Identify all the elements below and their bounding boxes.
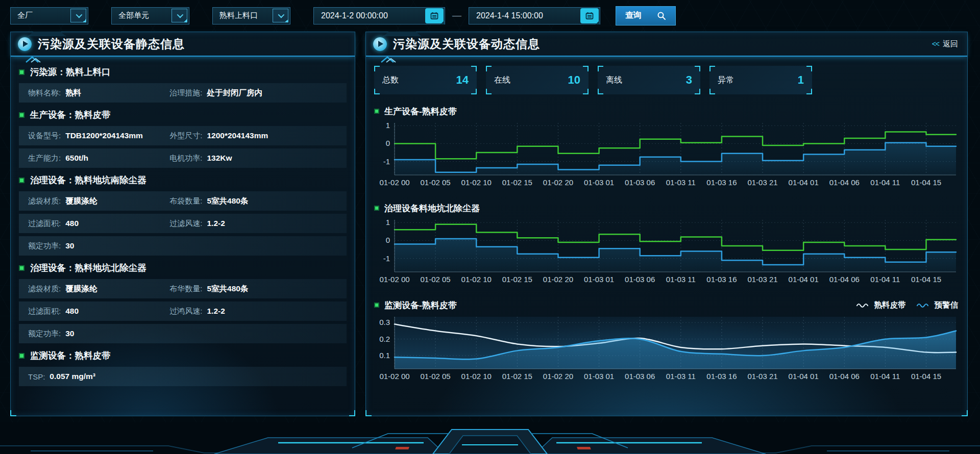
info-field: 外型尺寸:1200*204143mm bbox=[169, 131, 347, 141]
header-chevron-decoration bbox=[379, 55, 402, 63]
field-label: 过滤风速: bbox=[169, 219, 202, 229]
chevron-down-icon[interactable] bbox=[70, 9, 86, 22]
info-field: 治理措施:处于封闭厂房内 bbox=[169, 88, 347, 98]
chart-svg: 10-101-02 0001-02 0501-02 1001-02 1501-0… bbox=[374, 120, 959, 195]
legend-label: 预警信 bbox=[935, 300, 959, 311]
stat-value: 3 bbox=[686, 73, 692, 87]
end-datetime-input[interactable]: 2024-1-4 15:00:00 bbox=[469, 7, 600, 24]
info-field: 电机功率:132Kw bbox=[169, 154, 347, 163]
field-value: 480 bbox=[65, 219, 79, 228]
green-square-icon bbox=[19, 178, 24, 183]
chart-header: 监测设备-熟料皮带熟料皮带预警信 bbox=[374, 297, 959, 313]
unit-select[interactable]: 全部单元 bbox=[111, 7, 189, 24]
svg-text:01-04 11: 01-04 11 bbox=[870, 178, 900, 187]
svg-text:01-04 15: 01-04 15 bbox=[911, 178, 941, 187]
calendar-icon[interactable] bbox=[580, 8, 599, 23]
svg-text:01-03 11: 01-03 11 bbox=[666, 372, 696, 381]
query-button-label: 查询 bbox=[625, 10, 642, 21]
section-title: 治理设备：熟料地坑南除尘器 bbox=[19, 171, 347, 189]
svg-text:01-02 20: 01-02 20 bbox=[543, 372, 573, 381]
field-label: 滤袋材质: bbox=[28, 196, 61, 206]
chart-legend: 熟料皮带预警信 bbox=[856, 300, 960, 311]
field-value: 1.2-2 bbox=[207, 307, 225, 316]
info-row: TSP:0.057 mg/m³ bbox=[19, 367, 347, 386]
stat-label: 异常 bbox=[718, 75, 734, 86]
field-value: 1200*204143mm bbox=[207, 131, 268, 140]
stat-label: 离线 bbox=[606, 75, 622, 86]
info-field: 额定功率:30 bbox=[19, 241, 169, 251]
svg-text:01-02 05: 01-02 05 bbox=[421, 275, 451, 284]
svg-text:01-02 15: 01-02 15 bbox=[502, 178, 532, 187]
info-row: 过滤面积:480过滤风速:1.2-2 bbox=[19, 214, 347, 233]
info-field: 设备型号:TDB1200*204143mm bbox=[19, 131, 169, 141]
stat-box-abnormal: 异常1 bbox=[709, 66, 812, 94]
section-title: 污染源：熟料上料口 bbox=[19, 63, 347, 81]
svg-text:01-03 21: 01-03 21 bbox=[747, 372, 777, 381]
section-title-text: 生产设备：熟料皮带 bbox=[30, 109, 111, 121]
search-icon bbox=[657, 11, 666, 20]
field-label: 生产能力: bbox=[28, 154, 61, 163]
svg-text:01-02 00: 01-02 00 bbox=[379, 275, 409, 284]
svg-text:01-03 16: 01-03 16 bbox=[706, 372, 737, 381]
calendar-icon[interactable] bbox=[425, 8, 444, 23]
svg-text:01-03 21: 01-03 21 bbox=[747, 178, 777, 187]
green-square-icon bbox=[374, 109, 379, 114]
field-label: 设备型号: bbox=[28, 131, 61, 141]
info-field: 布袋数量:5室共480条 bbox=[169, 196, 347, 207]
legend-item[interactable]: 熟料皮带 bbox=[856, 300, 906, 311]
chart-header: 治理设备料地坑北除尘器 bbox=[374, 200, 959, 216]
green-square-icon bbox=[19, 112, 24, 118]
svg-text:01-04 01: 01-04 01 bbox=[789, 275, 819, 284]
info-field: 布华数量:5室共480条 bbox=[169, 284, 347, 294]
section-title-text: 治理设备：熟料地坑南除尘器 bbox=[30, 174, 146, 186]
legend-item[interactable]: 预警信 bbox=[916, 300, 959, 311]
info-field: 额定功率:30 bbox=[19, 329, 169, 339]
back-label: 返回 bbox=[943, 39, 958, 48]
back-button[interactable]: <<返回 bbox=[932, 39, 960, 49]
stat-box-offline: 离线3 bbox=[598, 66, 700, 94]
svg-text:0.2: 0.2 bbox=[379, 335, 390, 343]
section-title: 治理设备：熟料地坑北除尘器 bbox=[19, 259, 347, 277]
svg-text:01-03 06: 01-03 06 bbox=[625, 275, 655, 284]
chart-title: 生产设备-熟料皮带 bbox=[384, 106, 959, 117]
field-label: 电机功率: bbox=[169, 154, 202, 163]
start-datetime-input[interactable]: 2024-1-2 00:00:00 bbox=[313, 7, 445, 24]
svg-text:01-03 11: 01-03 11 bbox=[666, 178, 696, 187]
chevron-down-icon[interactable] bbox=[273, 9, 288, 22]
info-field: 滤袋材质:覆膜涤纶 bbox=[19, 196, 169, 207]
field-label: 物料名称: bbox=[28, 88, 61, 98]
svg-text:-1: -1 bbox=[383, 254, 390, 263]
field-value: 1.2-2 bbox=[207, 219, 225, 228]
info-row: 过滤面积:480过鸿风速:1.2-2 bbox=[19, 301, 347, 321]
dynamic-panel-body: 总数14在线10离线3异常1 生产设备-熟料皮带10-101-02 0001-0… bbox=[366, 57, 967, 389]
charts-area: 生产设备-熟料皮带10-101-02 0001-02 0501-02 1001-… bbox=[374, 104, 959, 389]
svg-text:01-03 01: 01-03 01 bbox=[584, 372, 614, 381]
svg-text:01-02 00: 01-02 00 bbox=[379, 372, 409, 381]
svg-text:01-02 00: 01-02 00 bbox=[379, 178, 409, 187]
dynamic-panel-header: 污染源及关联设备动态信息 <<返回 bbox=[366, 32, 967, 57]
section-title: 生产设备：熟料皮带 bbox=[19, 106, 347, 124]
info-field: 过滤面积:480 bbox=[19, 307, 169, 316]
wavy-line-icon bbox=[916, 302, 930, 308]
svg-text:01-03 06: 01-03 06 bbox=[625, 178, 655, 187]
stat-box-online: 在线10 bbox=[486, 66, 589, 94]
field-value: 30 bbox=[65, 329, 74, 338]
plant-select[interactable]: 全厂 bbox=[10, 7, 88, 24]
svg-text:0: 0 bbox=[386, 236, 390, 244]
play-circle-icon bbox=[373, 37, 387, 51]
chevron-down-icon[interactable] bbox=[172, 9, 187, 22]
field-label: 过滤面积: bbox=[28, 219, 61, 229]
unit-select-value: 全部单元 bbox=[112, 11, 172, 20]
stat-value: 1 bbox=[798, 73, 804, 87]
field-label: 额定功率: bbox=[28, 329, 61, 339]
stat-value: 10 bbox=[568, 73, 580, 87]
info-field: 物料名称:熟料 bbox=[19, 88, 169, 98]
stat-value: 14 bbox=[456, 73, 469, 87]
source-select[interactable]: 熟料上料口 bbox=[212, 7, 290, 24]
svg-text:01-04 06: 01-04 06 bbox=[829, 178, 860, 187]
query-button[interactable]: 查询 bbox=[616, 6, 676, 26]
info-field: TSP:0.057 mg/m³ bbox=[19, 372, 169, 381]
svg-text:01-03 16: 01-03 16 bbox=[706, 178, 737, 187]
field-value: 5室共480条 bbox=[207, 284, 248, 294]
info-row: 设备型号:TDB1200*204143mm外型尺寸:1200*204143mm bbox=[19, 126, 347, 145]
